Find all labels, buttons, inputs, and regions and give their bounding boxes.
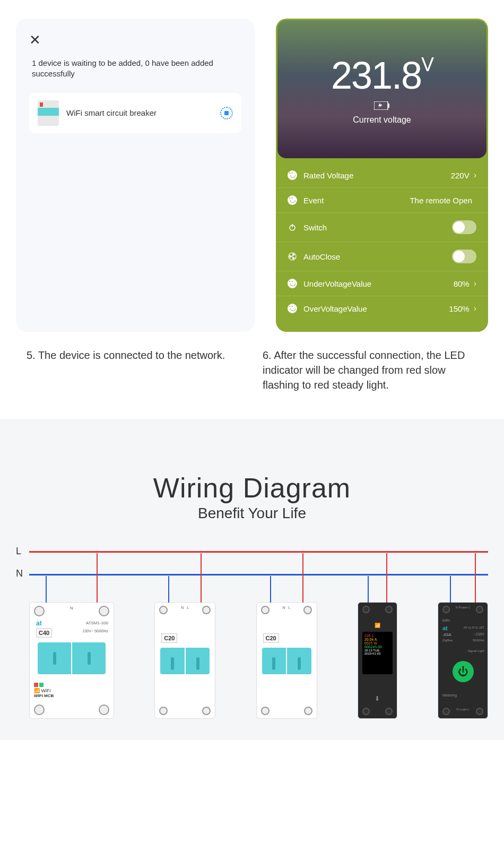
wifi-badge: 📶 WiFiWIFI MCB	[34, 683, 54, 698]
voltage-hero: 231.8V Current voltage	[277, 20, 486, 158]
breaker-switch	[38, 642, 106, 674]
breaker-1: N at ATSM1-100 C40 230V~ 50/60Hz 📶 WiFiW…	[29, 602, 114, 719]
status-text: 1 device is waiting to be added, 0 have …	[29, 58, 241, 80]
chevron-right-icon: ›	[474, 279, 476, 288]
row-under-voltage[interactable]: UnderVoltageValue 80% ›	[276, 271, 488, 296]
breaker-2: N L C20	[154, 602, 215, 719]
brand-logo: at	[36, 620, 42, 627]
wiring-title: Wiring Diagram	[16, 472, 488, 504]
top-section: ✕ 1 device is waiting to be added, 0 hav…	[0, 0, 504, 342]
voltage-panel: 231.8V Current voltage Rated Voltage 220…	[276, 19, 488, 332]
fan-icon	[288, 252, 297, 261]
chevron-right-icon: ›	[474, 304, 476, 313]
power-button-icon: ⏻	[453, 661, 474, 682]
device-card[interactable]: WiFi smart circuit breaker	[29, 93, 241, 133]
row-switch: Switch	[276, 213, 488, 242]
wiring-canvas: L N N at ATSM1-100 C40 230V~ 50/60Hz 📶 W…	[16, 551, 488, 719]
rail-L	[29, 551, 488, 553]
breaker-screen: 226.1 20.04 A 0025 W 000245.00 18:13 TUE…	[362, 632, 393, 674]
row-event[interactable]: Event The remote Open	[276, 188, 488, 213]
caption-5: 5. The device is connected to the networ…	[27, 348, 241, 392]
down-arrow-icon: ⬇	[358, 695, 397, 702]
device-thumbnail	[38, 100, 59, 126]
smiley-icon	[288, 195, 297, 205]
row-rated-voltage[interactable]: Rated Voltage 220V ›	[276, 163, 488, 188]
voltage-label: Current voltage	[353, 115, 411, 125]
loading-icon	[220, 107, 233, 119]
breaker-switch	[160, 648, 210, 674]
switch-toggle[interactable]	[452, 220, 476, 234]
row-over-voltage[interactable]: OverVoltageValue 150% ›	[276, 296, 488, 321]
row-autoclose: AutoClose	[276, 242, 488, 271]
battery-icon	[374, 101, 390, 112]
wiring-subtitle: Benefit Your Life	[16, 505, 488, 522]
breakers-row: N at ATSM1-100 C40 230V~ 50/60Hz 📶 WiFiW…	[29, 602, 488, 719]
close-icon[interactable]: ✕	[29, 32, 241, 48]
breaker-code: C40	[36, 628, 52, 638]
device-name: WiFi smart circuit breaker	[66, 108, 213, 117]
breaker-5: N Power L kWh at AT-Q-SY2-JZT -63A ~230V…	[438, 602, 488, 719]
autoclose-toggle[interactable]	[452, 250, 476, 263]
breaker-code: C20	[161, 633, 177, 643]
captions: 5. The device is connected to the networ…	[0, 342, 504, 419]
smiley-icon	[288, 304, 297, 313]
chevron-right-icon: ›	[474, 170, 476, 180]
wifi-icon: 📶	[358, 623, 397, 628]
add-device-panel: ✕ 1 device is waiting to be added, 0 hav…	[16, 19, 255, 332]
breaker-code: C20	[263, 633, 279, 643]
wiring-section: Wiring Diagram Benefit Your Life L N N a…	[0, 419, 504, 740]
power-icon	[288, 222, 297, 232]
breaker-switch	[262, 648, 311, 674]
voltage-value: 231.8V	[331, 54, 433, 97]
caption-6: 6. After the successful connection, the …	[263, 348, 477, 392]
line-N-label: N	[16, 568, 23, 579]
smiley-icon	[288, 170, 297, 180]
svg-rect-1	[388, 104, 389, 108]
settings-list: Rated Voltage 220V › Event The remote Op…	[276, 160, 488, 324]
smiley-icon	[288, 279, 297, 288]
breaker-4: 📶 226.1 20.04 A 0025 W 000245.00 18:13 T…	[358, 602, 397, 719]
breaker-3: N L C20	[256, 602, 317, 719]
line-L-label: L	[16, 546, 21, 557]
